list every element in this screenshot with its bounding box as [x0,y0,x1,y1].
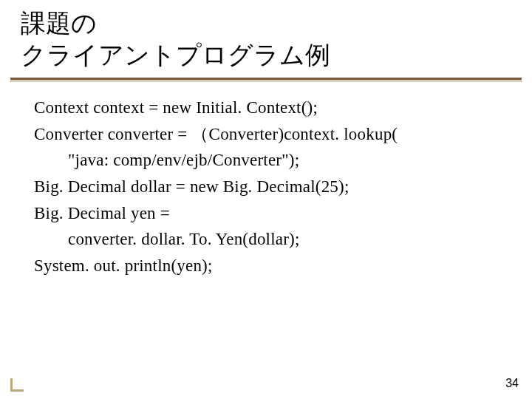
code-line-indent: "java: comp/env/ejb/Converter"); [34,147,504,174]
title-line-2: クライアントプログラム例 [21,39,511,71]
code-line: System. out. println(yen); [34,253,504,279]
slide: 課題の クライアントプログラム例 Context context = new I… [0,0,532,399]
corner-decoration-icon [10,378,24,392]
title-line-1: 課題の [21,7,511,39]
code-line: Big. Decimal dollar = new Big. Decimal(2… [34,174,504,200]
code-line: Big. Decimal yen = [34,200,504,227]
page-number: 34 [505,377,519,390]
code-line-indent: converter. dollar. To. Yen(dollar); [34,226,504,253]
slide-title: 課題の クライアントプログラム例 [0,0,532,73]
code-line: Context context = new Initial. Context()… [34,95,504,121]
code-line: Converter converter = （Converter)context… [34,121,504,148]
code-body: Context context = new Initial. Context()… [0,81,532,279]
title-underline [10,78,522,81]
